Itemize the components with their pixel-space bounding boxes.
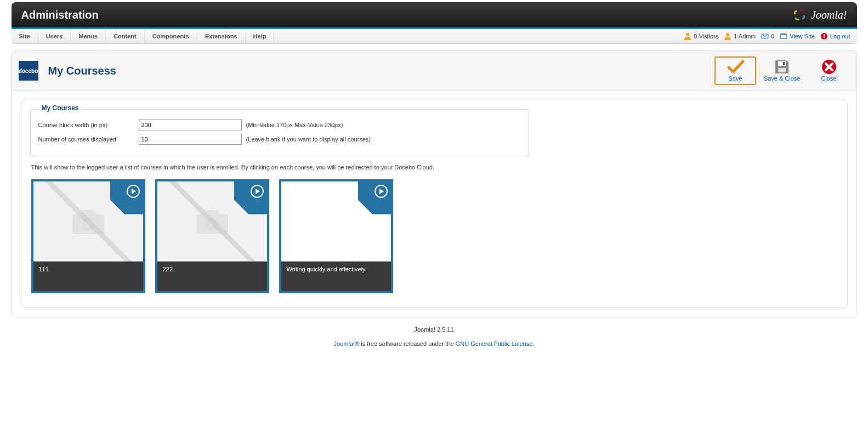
course-cards: 111222Writing quickly and effectively (30, 179, 838, 299)
course-card[interactable]: 111 (31, 179, 145, 293)
card-corner (358, 181, 391, 214)
menu-site[interactable]: Site (12, 29, 38, 43)
close-icon (820, 59, 838, 75)
row-width: Course block width (in px) (Min-Value 17… (38, 120, 521, 130)
course-card[interactable]: 222 (155, 179, 269, 293)
user-icon (724, 32, 731, 40)
width-hint: (Min-Value 170px Max-Value 230px) (246, 122, 343, 128)
play-icon (251, 185, 264, 198)
status-visitors: 0 Visitors (684, 32, 718, 40)
menu-content[interactable]: Content (106, 29, 145, 43)
fieldset-legend: My Courses (38, 104, 82, 112)
footer-license-line: Joomla!® is free software released under… (12, 333, 857, 347)
width-input[interactable] (139, 120, 242, 130)
course-title: Writing quickly and effectively (281, 261, 391, 291)
mail-count: 0 (771, 33, 774, 39)
course-title: 111 (33, 261, 143, 291)
svg-point-13 (85, 221, 92, 227)
svg-point-15 (209, 221, 215, 227)
mail-icon (761, 32, 769, 40)
footer: Joomla! 2.5.11 Joomla!® is free software… (12, 317, 857, 350)
svg-rect-6 (824, 34, 825, 37)
check-icon (727, 59, 744, 75)
card-corner (110, 181, 143, 214)
close-label: Close (821, 75, 836, 82)
brand-text: Joomla! (811, 9, 847, 21)
footer-text-c: . (532, 340, 534, 347)
row-count: Number of courses displayed (Leave blank… (38, 134, 521, 145)
options-fieldset: My Courses Course block width (in px) (M… (30, 109, 529, 156)
status-admins: 1 Admin (724, 32, 756, 40)
count-hint: (Leave blank if you want to display all … (246, 136, 371, 143)
logout-label: Log out (830, 33, 850, 39)
menu-components[interactable]: Components (145, 29, 197, 43)
menu-right: 0 Visitors 1 Admin 0 View Site (684, 29, 850, 43)
play-icon (127, 185, 140, 198)
card-corner (234, 181, 267, 214)
floppy-icon (773, 59, 791, 75)
play-icon (375, 185, 388, 198)
count-input[interactable] (139, 134, 242, 145)
description: This will show to the logged user a list… (31, 164, 837, 170)
camera-icon (69, 206, 107, 237)
license-link[interactable]: GNU General Public License (456, 340, 533, 347)
menu-users[interactable]: Users (38, 29, 71, 43)
logout-icon (820, 32, 828, 40)
course-card[interactable]: Writing quickly and effectively (279, 179, 393, 293)
course-title: 222 (157, 261, 267, 291)
svg-point-1 (726, 33, 729, 36)
status-mail[interactable]: 0 (761, 32, 774, 40)
svg-rect-9 (778, 68, 786, 72)
footer-version: Joomla! 2.5.11 (12, 326, 857, 333)
window-icon (780, 32, 787, 40)
topbar: Administration Joomla! (12, 2, 857, 27)
save-close-label: Save & Close (764, 75, 801, 82)
svg-rect-10 (783, 62, 785, 65)
topbar-title: Administration (21, 9, 99, 21)
svg-rect-4 (781, 35, 786, 38)
joomla-link[interactable]: Joomla!® (334, 340, 360, 347)
page-header: docebo My Coursess Save Save & Close (12, 51, 856, 91)
width-label: Course block width (in px) (38, 122, 134, 128)
svg-point-7 (824, 37, 825, 38)
view-site-label: View Site (790, 33, 815, 39)
brand: Joomla! (792, 8, 847, 22)
menubar: Site Users Menus Content Components Exte… (12, 27, 857, 44)
footer-text-b: is free software released under the (359, 340, 455, 347)
panel: My Courses Course block width (in px) (M… (21, 100, 848, 308)
count-label: Number of courses displayed (38, 136, 134, 143)
save-button[interactable]: Save (714, 56, 756, 85)
save-label: Save (728, 75, 742, 82)
menu-menus[interactable]: Menus (71, 29, 106, 43)
user-icon (684, 32, 691, 40)
close-button[interactable]: Close (808, 56, 850, 85)
joomla-logo-icon (792, 8, 807, 22)
component-logo: docebo (19, 61, 38, 81)
save-close-button[interactable]: Save & Close (759, 56, 805, 85)
page-title: My Coursess (48, 65, 117, 77)
toolbar: Save Save & Close Close (714, 56, 850, 85)
camera-icon (193, 206, 231, 237)
menu-help[interactable]: Help (246, 29, 275, 43)
menu-extensions[interactable]: Extensions (197, 29, 246, 43)
menu-left: Site Users Menus Content Components Exte… (12, 29, 275, 43)
admins-label: 1 Admin (734, 33, 756, 39)
content-shell: docebo My Coursess Save Save & Close (12, 50, 857, 317)
svg-point-0 (686, 33, 689, 36)
logout-link[interactable]: Log out (820, 32, 850, 40)
visitors-label: 0 Visitors (694, 33, 718, 39)
view-site-link[interactable]: View Site (780, 32, 815, 40)
